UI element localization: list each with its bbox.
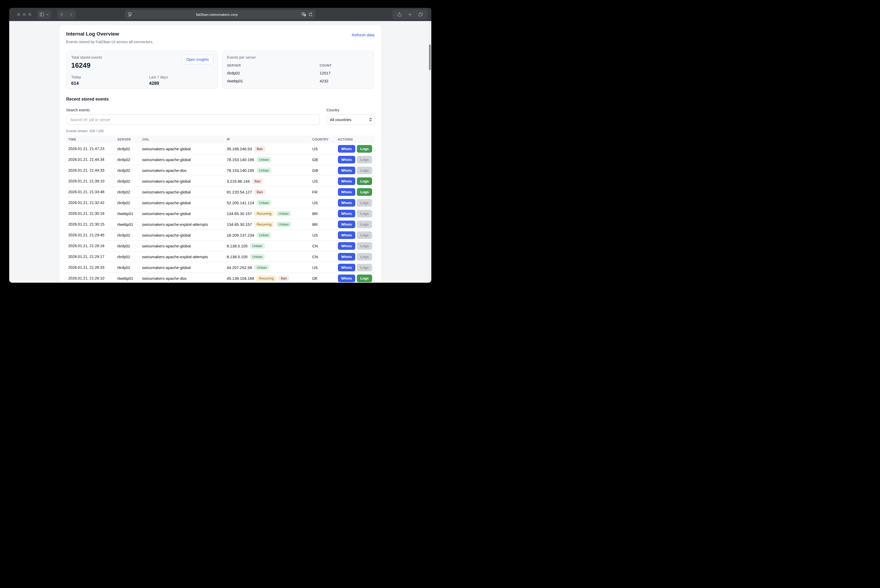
recurring-badge: Recurring xyxy=(254,211,274,216)
logs-button[interactable]: Logs xyxy=(357,231,372,239)
whois-button[interactable]: Whois xyxy=(338,242,355,250)
ban-badge: Ban xyxy=(252,178,263,184)
nav-divider xyxy=(66,12,67,17)
event-country: FR xyxy=(312,190,338,194)
whois-button[interactable]: Whois xyxy=(338,177,355,185)
event-country: CN xyxy=(312,255,338,259)
event-server: rlinfp02 xyxy=(117,265,142,270)
event-ip: 78.153.140.195Unban xyxy=(227,157,312,162)
unban-badge: Unban xyxy=(256,168,271,173)
events-per-server-card: Events per server Server Count rlinfp02 … xyxy=(222,51,374,89)
column-header-time: Time xyxy=(68,138,117,141)
column-header-ip: IP xyxy=(227,138,312,141)
event-country: US xyxy=(312,179,338,183)
refresh-data-link[interactable]: Refresh data xyxy=(352,33,375,37)
search-input[interactable] xyxy=(66,114,320,124)
browser-titlebar: fail2ban.swissmakers.corp Ax xyxy=(9,8,431,21)
whois-button[interactable]: Whois xyxy=(338,220,355,228)
column-header-actions: Actions xyxy=(338,138,375,141)
logs-button[interactable]: Logs xyxy=(357,220,372,228)
whois-button[interactable]: Whois xyxy=(338,231,355,239)
unban-badge: Unban xyxy=(254,265,269,270)
events-per-server-title: Events per server xyxy=(227,55,369,60)
event-ip: 134.65.30.157RecurringUnban xyxy=(227,222,312,227)
event-ip: 78.153.140.195Unban xyxy=(227,168,312,173)
event-server: rlinfp02 xyxy=(117,179,142,183)
whois-button[interactable]: Whois xyxy=(338,166,355,174)
logs-button[interactable]: Logs xyxy=(357,156,372,164)
translate-icon[interactable]: Ax xyxy=(301,12,306,17)
whois-button[interactable]: Whois xyxy=(338,199,355,207)
minimize-window-button[interactable] xyxy=(22,13,26,16)
logs-button[interactable]: Logs xyxy=(357,145,372,153)
table-row: 2026.01.21, 21:44:33 rlinfp02 swissmaker… xyxy=(66,165,375,176)
week-value: 4289 xyxy=(149,81,213,86)
logs-button[interactable]: Logs xyxy=(357,188,372,196)
share-icon[interactable] xyxy=(397,12,402,17)
event-actions: Whois Logs xyxy=(338,220,375,228)
zoom-window-button[interactable] xyxy=(28,13,31,16)
tab-overview-icon[interactable] xyxy=(418,12,423,17)
new-tab-icon[interactable] xyxy=(408,12,412,17)
ip-address: 8.138.5.105 xyxy=(227,244,247,248)
country-select[interactable]: All countries xyxy=(327,114,375,124)
sidebar-toggle[interactable] xyxy=(37,10,51,19)
today-label: Today xyxy=(71,75,149,79)
event-jail: swissmakers-apache-global xyxy=(142,190,227,194)
address-bar[interactable]: fail2ban.swissmakers.corp Ax xyxy=(125,10,316,19)
server-name: rlwebp01 xyxy=(227,79,320,83)
page-title: Internal Log Overview xyxy=(66,31,153,37)
logs-button[interactable]: Logs xyxy=(357,253,372,261)
whois-button[interactable]: Whois xyxy=(338,253,355,261)
whois-button[interactable]: Whois xyxy=(338,145,355,153)
event-time: 2026.01.21, 21:29:18 xyxy=(68,244,117,248)
event-server: rlwebp01 xyxy=(117,276,142,280)
ban-badge: Ban xyxy=(254,189,265,195)
ip-address: 52.205.141.124 xyxy=(227,201,254,205)
table-row: 2026.01.21, 21:30:16 rlwebp01 swissmaker… xyxy=(66,208,375,219)
event-ip: 45.139.104.168RecurringBan xyxy=(227,276,312,281)
reader-icon[interactable] xyxy=(127,12,132,17)
forward-button[interactable] xyxy=(69,12,73,17)
whois-button[interactable]: Whois xyxy=(338,156,355,164)
search-events-label: Search events xyxy=(66,108,322,112)
event-jail: swissmakers-apache-global xyxy=(142,201,227,205)
table-row: 2026.01.21, 21:29:18 rlinfp02 swissmaker… xyxy=(66,241,375,251)
logs-button[interactable]: Logs xyxy=(357,166,372,174)
reload-icon[interactable] xyxy=(308,12,313,17)
event-actions: Whois Logs xyxy=(338,274,375,282)
event-country: BR xyxy=(312,212,338,216)
event-time: 2026.01.21, 21:33:48 xyxy=(68,190,117,194)
logs-button[interactable]: Logs xyxy=(357,274,372,282)
logs-button[interactable]: Logs xyxy=(357,177,372,185)
events-table: Time Server Jail IP Country Actions 2026… xyxy=(66,135,375,283)
ip-address: 3.216.86.144 xyxy=(227,179,250,183)
url-text: fail2ban.swissmakers.corp xyxy=(132,13,301,16)
table-row: 2026.01.21, 21:32:42 rlinfp02 swissmaker… xyxy=(66,197,375,208)
event-time: 2026.01.21, 21:44:34 xyxy=(68,158,117,162)
event-jail: swissmakers-apache-exploit-attempts xyxy=(142,222,227,226)
whois-button[interactable]: Whois xyxy=(338,210,355,218)
event-country: CN xyxy=(312,244,338,248)
logs-button[interactable]: Logs xyxy=(357,210,372,218)
logs-button[interactable]: Logs xyxy=(357,242,372,250)
logs-button[interactable]: Logs xyxy=(357,199,372,207)
event-ip: 44.207.252.58Unban xyxy=(227,265,312,270)
count-column-header: Count xyxy=(320,64,369,68)
whois-button[interactable]: Whois xyxy=(338,264,355,272)
event-jail: swissmakers-apache-global xyxy=(142,244,227,248)
event-ip: 3.216.86.144Ban xyxy=(227,178,312,184)
whois-button[interactable]: Whois xyxy=(338,188,355,196)
close-window-button[interactable] xyxy=(17,13,20,16)
event-actions: Whois Logs xyxy=(338,242,375,250)
whois-button[interactable]: Whois xyxy=(338,274,355,282)
table-row: 2026.01.21, 21:29:17 rlinfp02 swissmaker… xyxy=(66,251,375,262)
event-ip: 35.169.240.53Ban xyxy=(227,146,312,152)
main-panel: Internal Log Overview Events stored by F… xyxy=(60,25,381,283)
back-button[interactable] xyxy=(60,12,64,17)
scrollbar-thumb[interactable] xyxy=(429,45,431,70)
event-server: rlinfp02 xyxy=(117,190,142,194)
logs-button[interactable]: Logs xyxy=(357,264,372,272)
unban-badge: Unban xyxy=(276,222,291,227)
open-insights-button[interactable]: Open insights xyxy=(182,55,213,64)
